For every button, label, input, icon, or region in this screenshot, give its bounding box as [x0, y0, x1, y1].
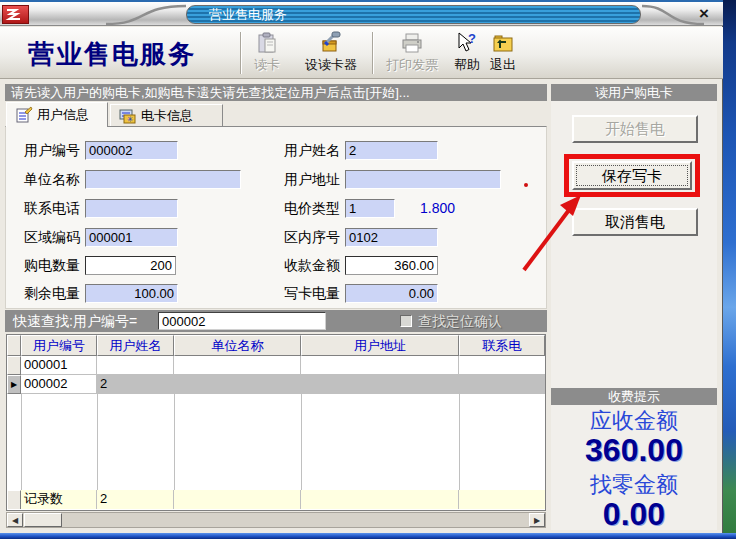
- remain-power-field[interactable]: 100.00: [85, 284, 178, 303]
- printer-icon: [400, 31, 424, 55]
- title-bar: 营业售电服务 ×: [0, 0, 723, 26]
- toolbar-separator: [372, 32, 374, 74]
- quick-search-input[interactable]: [158, 312, 326, 330]
- quick-search-label: 快速查找:用户编号=: [13, 310, 137, 332]
- status-message: 请先读入用户的购电卡,如购电卡遗失请先查找定位用户后点击[开始]...: [5, 84, 547, 101]
- scrollbar-thumb[interactable]: [24, 513, 62, 527]
- receive-amount-field[interactable]: 360.00: [345, 256, 438, 275]
- focus-ring: [576, 165, 688, 186]
- page-title: 营业售电服务: [28, 37, 196, 72]
- purchase-qty-field[interactable]: 200: [85, 256, 176, 275]
- user-name-label: 用户姓名: [270, 141, 340, 160]
- col-phone[interactable]: 联系电: [459, 335, 545, 356]
- cell-unit-name[interactable]: [174, 375, 301, 394]
- cell-user-name[interactable]: 2: [97, 375, 174, 394]
- phone-label: 联系电话: [10, 199, 80, 218]
- right-panel-header: 读用户购电卡: [551, 84, 717, 101]
- save-write-card-button[interactable]: 保存写卡: [572, 161, 692, 190]
- cell-phone[interactable]: [459, 356, 545, 375]
- user-address-field[interactable]: [345, 170, 501, 189]
- grid-line: [174, 394, 175, 491]
- grid-line: [21, 394, 22, 491]
- print-invoice-button[interactable]: 打印发票: [377, 31, 447, 77]
- user-id-label: 用户编号: [10, 141, 80, 160]
- area-code-label: 区域编码: [10, 228, 80, 247]
- red-dot-annotation: [524, 183, 528, 187]
- start-sale-button[interactable]: 开始售电: [572, 115, 698, 143]
- locate-confirm-checkbox[interactable]: [400, 315, 412, 327]
- tab-user-info[interactable]: 用户信息: [6, 102, 108, 127]
- grid-line: [301, 394, 302, 491]
- card-info-icon: ✳: [119, 107, 137, 125]
- table-corner-cell: [7, 335, 21, 356]
- card-reader-icon: [255, 31, 279, 55]
- cancel-sale-button[interactable]: 取消售电: [572, 208, 698, 236]
- cell-user-id[interactable]: 000001: [21, 356, 97, 375]
- close-button[interactable]: ×: [695, 4, 713, 24]
- price-type-label: 电价类型: [270, 199, 340, 218]
- grid-line: [97, 394, 98, 491]
- cell-user-name[interactable]: [97, 356, 174, 375]
- help-icon: ?: [455, 31, 479, 55]
- footer-cell: [459, 490, 545, 509]
- unit-name-label: 单位名称: [10, 170, 80, 189]
- phone-field[interactable]: [85, 199, 178, 218]
- write-power-field[interactable]: 0.00: [345, 284, 438, 303]
- user-id-field[interactable]: 000002: [85, 141, 178, 160]
- desktop-wallpaper: [722, 0, 736, 539]
- price-rate-value: 1.800: [420, 200, 455, 216]
- setup-reader-button[interactable]: 设读卡器: [294, 31, 368, 77]
- tab-card-info[interactable]: ✳ 电卡信息: [110, 104, 223, 127]
- record-count-label: 记录数: [21, 490, 97, 509]
- tab-user-info-label: 用户信息: [37, 106, 89, 124]
- cell-unit-name[interactable]: [174, 356, 301, 375]
- record-count-value: 2: [97, 490, 174, 509]
- remain-power-label: 剩余电量: [10, 284, 80, 303]
- scroll-right-button[interactable]: ▶: [529, 513, 545, 527]
- table-row[interactable]: 000001: [7, 356, 545, 375]
- col-unit-name[interactable]: 单位名称: [174, 335, 301, 356]
- cell-user-id[interactable]: 000002: [21, 375, 97, 394]
- footer-selector-cell: [7, 490, 21, 509]
- row-selector[interactable]: [7, 356, 21, 375]
- window-bottom-border: [0, 533, 736, 539]
- horizontal-scrollbar[interactable]: ◀ ▶: [6, 512, 546, 528]
- col-user-name[interactable]: 用户姓名: [97, 335, 174, 356]
- row-selector-marker[interactable]: ▶: [7, 375, 21, 394]
- window-title: 营业售电服务: [186, 5, 641, 24]
- col-user-id[interactable]: 用户编号: [21, 335, 97, 356]
- change-amount-value: 0.00: [551, 496, 717, 533]
- titlebar-curve-left: [106, 4, 188, 26]
- read-card-button[interactable]: 读卡: [244, 31, 290, 77]
- user-table: 用户编号 用户姓名 单位名称 用户地址 联系电 000001 ▶ 000002 …: [6, 334, 546, 511]
- exit-button[interactable]: 退出: [482, 31, 524, 77]
- user-name-field[interactable]: 2: [345, 141, 438, 160]
- app-logo-icon: [2, 5, 29, 24]
- receive-amount-label: 收款金额: [270, 256, 340, 275]
- app-window: 营业售电服务 × 营业售电服务 读卡 设读卡器: [0, 0, 723, 534]
- table-row-selected[interactable]: ▶ 000002 2: [7, 375, 545, 394]
- table-footer-row: 记录数 2: [7, 490, 545, 509]
- quick-search-bar: 快速查找:用户编号= 查找定位确认: [5, 310, 547, 332]
- table-header-row: 用户编号 用户姓名 单位名称 用户地址 联系电: [7, 335, 545, 356]
- grid-line: [459, 394, 460, 491]
- col-user-address[interactable]: 用户地址: [301, 335, 459, 356]
- amount-due-value: 360.00: [551, 432, 717, 469]
- write-power-label: 写卡电量: [270, 284, 340, 303]
- scroll-left-button[interactable]: ◀: [7, 513, 23, 527]
- user-address-label: 用户地址: [270, 170, 340, 189]
- area-code-field[interactable]: 000001: [85, 228, 178, 247]
- cell-phone[interactable]: [459, 375, 545, 394]
- cell-user-address[interactable]: [301, 375, 459, 394]
- toolbar-separator: [240, 32, 242, 74]
- area-seq-field[interactable]: 0102: [345, 228, 438, 247]
- price-type-field[interactable]: 1: [345, 199, 395, 218]
- reader-setup-icon: [319, 31, 343, 55]
- cell-user-address[interactable]: [301, 356, 459, 375]
- purchase-qty-label: 购电数量: [10, 256, 80, 275]
- unit-name-field[interactable]: [85, 170, 241, 189]
- exit-icon: [491, 31, 515, 55]
- fee-panel-header: 收费提示: [551, 388, 717, 405]
- tab-card-info-label: 电卡信息: [141, 107, 193, 125]
- svg-text:?: ?: [468, 31, 476, 46]
